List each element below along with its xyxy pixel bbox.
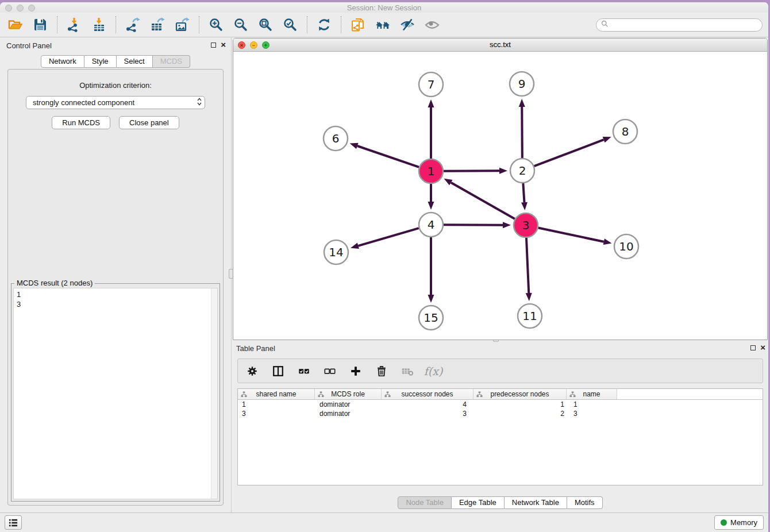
deselect-all-icon <box>324 365 336 377</box>
network-window: × − + scc.txt 7968124314101511 <box>233 38 768 340</box>
show-graphics-details-button <box>422 16 442 34</box>
save-session-button[interactable] <box>30 16 50 34</box>
network-close-button[interactable]: × <box>238 41 245 49</box>
function-builder-icon: f(x) <box>424 365 443 377</box>
edge-arrowhead <box>519 99 525 107</box>
zoom-fit-icon <box>258 17 273 32</box>
export-network-button[interactable] <box>123 16 143 34</box>
tab-select[interactable]: Select <box>117 55 153 68</box>
minimize-window-button[interactable] <box>17 5 24 11</box>
first-neighbors-button[interactable] <box>373 16 392 34</box>
run-mcds-button[interactable]: Run MCDS <box>52 116 110 129</box>
close-panel-icon[interactable]: × <box>221 41 226 48</box>
edge-3-1[interactable] <box>451 183 515 219</box>
edge-1-2[interactable] <box>444 171 499 171</box>
edge-arrowhead <box>526 293 532 301</box>
network-canvas[interactable]: 7968124314101511 <box>233 52 767 340</box>
import-table-button[interactable] <box>89 16 109 34</box>
table-columns-button[interactable] <box>271 364 286 379</box>
app-window: Session: New Session Control Panel × Net… <box>0 2 768 532</box>
edge-1-6[interactable] <box>357 146 419 167</box>
close-window-button[interactable] <box>5 5 12 11</box>
table-row[interactable]: 1dominator411 <box>238 400 763 409</box>
close-table-panel-icon[interactable]: × <box>760 344 765 351</box>
column-header-name[interactable]: name <box>567 389 617 399</box>
column-header-mcds-role[interactable]: MCDS role <box>315 389 382 399</box>
table-cell: 1 <box>473 400 567 409</box>
tab-motifs[interactable]: Motifs <box>567 496 603 509</box>
open-file-button[interactable] <box>6 16 25 34</box>
search-box[interactable] <box>596 18 763 32</box>
graph-node-label: 14 <box>329 245 343 259</box>
edge-2-8[interactable] <box>534 140 604 166</box>
result-scrollbar[interactable] <box>211 288 217 499</box>
zoom-selected-button[interactable] <box>280 16 300 34</box>
import-network-button[interactable] <box>64 16 84 34</box>
criterion-value: strongly connected component <box>33 98 197 107</box>
float-table-panel-icon[interactable] <box>750 345 756 350</box>
edge-arrowhead <box>428 99 434 107</box>
graph-node-label: 1 <box>428 164 435 178</box>
column-header-shared-name[interactable]: shared name <box>238 389 315 399</box>
tab-node-table[interactable]: Node Table <box>398 496 452 509</box>
edge-4-14[interactable] <box>358 228 418 246</box>
memory-label: Memory <box>730 518 757 527</box>
edge-arrowhead <box>351 243 359 249</box>
network-from-selection-icon <box>351 17 365 32</box>
zoom-selected-icon <box>283 17 298 32</box>
memory-button[interactable]: Memory <box>714 515 764 530</box>
network-window-titlebar[interactable]: × − + scc.txt <box>233 38 767 52</box>
table-settings-button[interactable] <box>245 364 260 379</box>
hide-graphics-details-button[interactable] <box>398 16 417 34</box>
window-title: Session: New Session <box>0 2 768 13</box>
tab-network[interactable]: Network <box>41 55 84 68</box>
network-zoom-button[interactable]: + <box>262 41 270 49</box>
select-all-button[interactable] <box>297 364 311 379</box>
table-cell: 3 <box>238 409 315 418</box>
select-all-icon <box>298 365 310 377</box>
criterion-dropdown[interactable]: strongly connected component <box>26 96 205 109</box>
tab-network-table[interactable]: Network Table <box>505 496 567 509</box>
table-columns-icon <box>272 365 284 377</box>
edge-2-3[interactable] <box>523 183 524 202</box>
float-panel-icon[interactable] <box>211 43 216 48</box>
table-row[interactable]: 3dominator323 <box>238 409 763 418</box>
import-table-icon <box>91 17 106 32</box>
search-input[interactable] <box>611 21 757 29</box>
graph-node-label: 9 <box>518 77 526 91</box>
control-panel-header: Control Panel × <box>3 40 228 53</box>
table-cell: dominator <box>315 409 382 418</box>
edge-arrowhead <box>521 202 528 210</box>
column-type-icon <box>569 391 576 398</box>
add-column-button[interactable] <box>348 364 363 379</box>
maximize-window-button[interactable] <box>28 5 35 11</box>
zoom-in-button[interactable] <box>206 16 226 34</box>
zoom-out-button[interactable] <box>231 16 251 34</box>
table-cell: 1 <box>567 400 617 409</box>
edge-arrowhead <box>603 238 612 245</box>
zoom-fit-button[interactable] <box>256 16 275 34</box>
network-minimize-button[interactable]: − <box>250 41 257 49</box>
edge-2-9[interactable] <box>522 107 522 158</box>
edge-3-11[interactable] <box>526 238 529 293</box>
column-header-predecessor-nodes[interactable]: predecessor nodes <box>473 389 567 399</box>
export-image-button[interactable] <box>172 16 192 34</box>
hide-graphics-details-icon <box>400 17 415 32</box>
apply-layout-button[interactable] <box>314 16 334 34</box>
task-history-button[interactable] <box>5 515 22 530</box>
deselect-all-button[interactable] <box>322 364 337 379</box>
graph-node-label: 7 <box>428 78 435 91</box>
edge-4-3[interactable] <box>444 225 503 225</box>
close-panel-button[interactable]: Close panel <box>119 116 179 129</box>
apply-layout-icon <box>317 17 332 32</box>
network-from-selection-button[interactable] <box>348 16 368 34</box>
mcds-result-textarea[interactable]: 1 3 <box>13 288 218 499</box>
export-table-button[interactable] <box>148 16 167 34</box>
tab-edge-table[interactable]: Edge Table <box>452 496 505 509</box>
edge-3-10[interactable] <box>538 228 604 242</box>
tab-mcds[interactable]: MCDS <box>153 55 190 68</box>
edge-arrowhead <box>444 179 453 186</box>
column-header-successor-nodes[interactable]: successor nodes <box>382 389 473 399</box>
delete-column-button[interactable] <box>374 364 389 379</box>
tab-style[interactable]: Style <box>84 55 117 68</box>
